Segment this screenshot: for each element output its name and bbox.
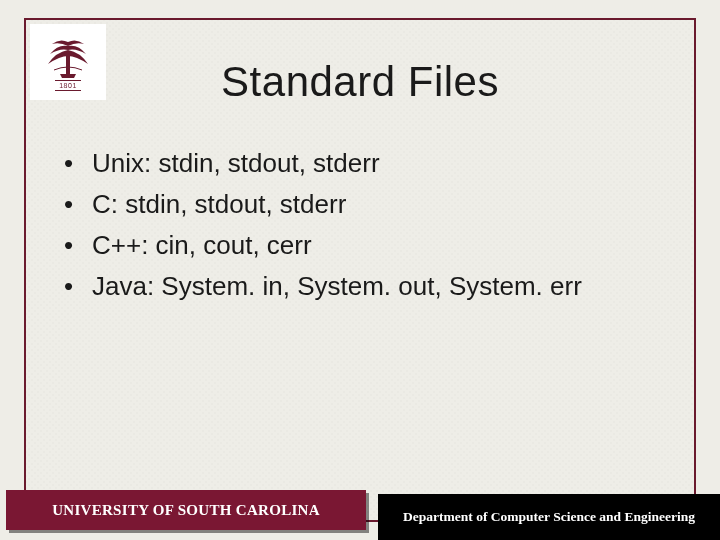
list-item: • Unix: stdin, stdout, stderr [64,146,656,181]
bullet-icon: • [64,229,92,263]
logo-year: 1801 [55,80,81,91]
slide-title: Standard Files [26,58,694,106]
bullet-icon: • [64,188,92,222]
footer-right-box: Department of Computer Science and Engin… [378,494,720,540]
bullet-list: • Unix: stdin, stdout, stderr • C: stdin… [64,146,656,310]
list-item: • Java: System. in, System. out, System.… [64,269,656,304]
footer-left-box: UNIVERSITY OF SOUTH CAROLINA [6,490,366,530]
slide-frame: 1801 Standard Files • Unix: stdin, stdou… [24,18,696,522]
bullet-text: C++: cin, cout, cerr [92,228,312,263]
svg-rect-0 [66,54,70,74]
department-name: Department of Computer Science and Engin… [403,509,695,525]
bullet-text: Unix: stdin, stdout, stderr [92,146,380,181]
list-item: • C: stdin, stdout, stderr [64,187,656,222]
bullet-text: Java: System. in, System. out, System. e… [92,269,582,304]
university-name: UNIVERSITY OF SOUTH CAROLINA [52,502,320,519]
palmetto-tree-icon [42,34,94,78]
university-logo: 1801 [30,24,106,100]
bullet-text: C: stdin, stdout, stderr [92,187,346,222]
bullet-icon: • [64,147,92,181]
slide-footer: UNIVERSITY OF SOUTH CAROLINA Department … [0,494,720,540]
list-item: • C++: cin, cout, cerr [64,228,656,263]
bullet-icon: • [64,270,92,304]
